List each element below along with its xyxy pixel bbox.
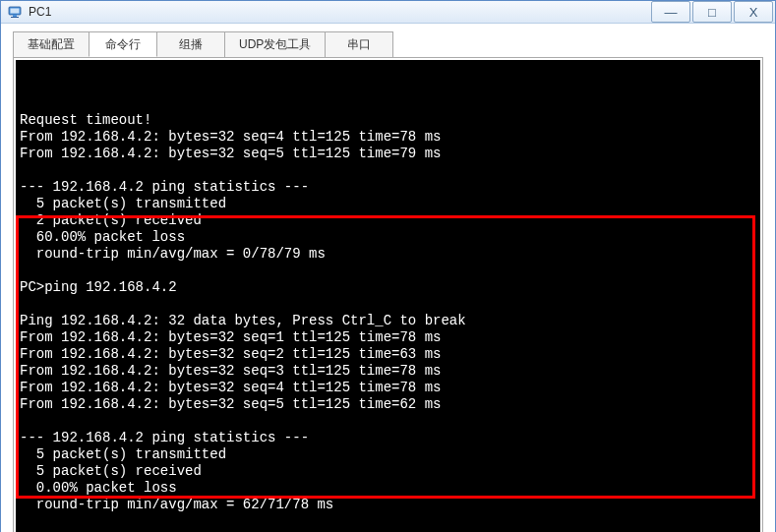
terminal-line: PC>ping 192.168.4.2 (20, 279, 756, 296)
maximize-button[interactable]: □ (692, 1, 732, 23)
window-title: PC1 (29, 5, 51, 19)
window-controls: — □ X (649, 1, 773, 23)
terminal-line: From 192.168.4.2: bytes=32 seq=5 ttl=125… (20, 146, 756, 162)
close-button[interactable]: X (734, 1, 773, 23)
terminal-line: From 192.168.4.2: bytes=32 seq=4 ttl=125… (20, 129, 756, 146)
terminal-line (20, 263, 756, 279)
tab-udp-tool[interactable]: UDP发包工具 (224, 31, 326, 57)
tab-panel: Request timeout!From 192.168.4.2: bytes=… (13, 57, 763, 532)
terminal-line: From 192.168.4.2: bytes=32 seq=3 ttl=125… (20, 363, 756, 380)
terminal-line (20, 413, 756, 430)
terminal-line: From 192.168.4.2: bytes=32 seq=1 ttl=125… (20, 329, 756, 346)
client-area: 基础配置 命令行 组播 UDP发包工具 串口 Request timeout!F… (1, 24, 775, 532)
app-window: PC1 — □ X 基础配置 命令行 组播 UDP发包工具 串口 Request… (0, 0, 776, 532)
terminal-line: From 192.168.4.2: bytes=32 seq=5 ttl=125… (20, 396, 756, 413)
svg-rect-1 (11, 9, 20, 14)
terminal-line: 0.00% packet loss (20, 480, 756, 497)
title-bar[interactable]: PC1 — □ X (1, 1, 775, 24)
terminal-line (20, 162, 756, 179)
terminal-line: Request timeout! (20, 112, 756, 129)
tab-label: 组播 (179, 36, 203, 53)
tab-serial[interactable]: 串口 (325, 31, 393, 57)
terminal-line: 5 packet(s) transmitted (20, 446, 756, 463)
terminal-line: 2 packet(s) received (20, 212, 756, 229)
tab-bar: 基础配置 命令行 组播 UDP发包工具 串口 (13, 31, 763, 57)
terminal-line: round-trip min/avg/max = 62/71/78 ms (20, 497, 756, 513)
svg-rect-2 (13, 15, 17, 17)
tab-command-line[interactable]: 命令行 (89, 31, 157, 57)
tab-label: 串口 (347, 36, 371, 53)
tab-basic-config[interactable]: 基础配置 (13, 31, 90, 57)
minimize-button[interactable]: — (651, 1, 690, 23)
tab-label: 基础配置 (28, 36, 75, 53)
tab-label: UDP发包工具 (239, 36, 311, 53)
terminal-line: 5 packet(s) transmitted (20, 196, 756, 212)
terminal-line: Ping 192.168.4.2: 32 data bytes, Press C… (20, 313, 756, 329)
tab-label: 命令行 (105, 36, 141, 53)
terminal-line: 60.00% packet loss (20, 229, 756, 246)
terminal-line: From 192.168.4.2: bytes=32 seq=2 ttl=125… (20, 346, 756, 363)
terminal-line: 5 packet(s) received (20, 463, 756, 480)
terminal-line: round-trip min/avg/max = 0/78/79 ms (20, 246, 756, 263)
terminal[interactable]: Request timeout!From 192.168.4.2: bytes=… (16, 60, 760, 532)
app-icon (7, 4, 23, 20)
tab-multicast[interactable]: 组播 (156, 31, 225, 57)
svg-rect-3 (11, 17, 19, 18)
terminal-line: From 192.168.4.2: bytes=32 seq=4 ttl=125… (20, 380, 756, 396)
terminal-line (20, 513, 756, 530)
terminal-line: --- 192.168.4.2 ping statistics --- (20, 179, 756, 196)
terminal-line (20, 296, 756, 313)
terminal-line: --- 192.168.4.2 ping statistics --- (20, 430, 756, 446)
